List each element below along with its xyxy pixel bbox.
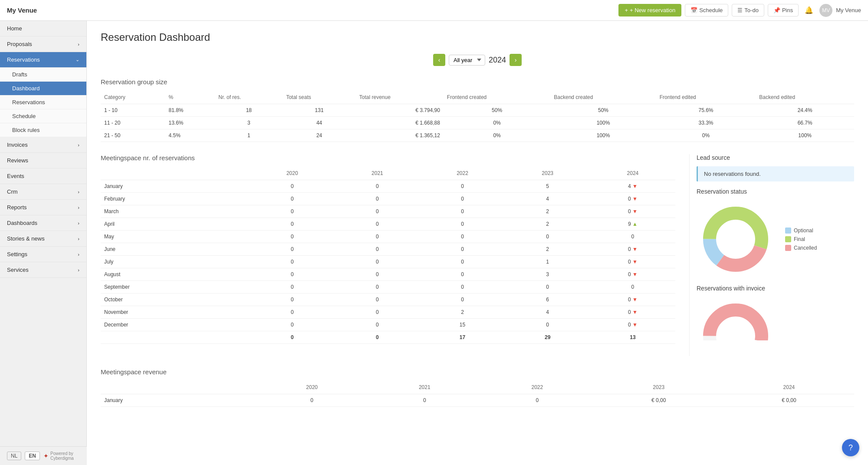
chevron-right-icon-services: › bbox=[78, 267, 79, 273]
sidebar-subitem-block-rules[interactable]: Block rules bbox=[0, 123, 86, 137]
sidebar-item-reservations[interactable]: Reservations ⌄ bbox=[0, 52, 86, 68]
table-row: August 0 0 0 3 0 ▼ bbox=[101, 268, 675, 281]
bell-button[interactable]: 🔔 bbox=[802, 3, 816, 17]
sidebar-subitem-drafts[interactable]: Drafts bbox=[0, 68, 86, 82]
new-reservation-button[interactable]: + + New reservation bbox=[618, 4, 681, 16]
sidebar-item-home[interactable]: Home bbox=[0, 21, 86, 36]
col-frontend-edited: Frontend edited bbox=[656, 91, 756, 104]
table-row: May 0 0 0 0 0 bbox=[101, 231, 675, 243]
chevron-right-icon-crm: › bbox=[78, 189, 79, 195]
table-row: January 0 0 0 € 0,00 € 0,00 bbox=[101, 394, 854, 407]
sidebar-subitem-schedule[interactable]: Schedule bbox=[0, 109, 86, 123]
period-select[interactable]: All year Q1 Q2 Q3 Q4 bbox=[449, 55, 485, 66]
sidebar-item-services[interactable]: Services › bbox=[0, 262, 86, 278]
ms-col-2024: 2024 bbox=[590, 167, 675, 180]
two-col-section: Meetingspace nr. of reservations 2020 20… bbox=[101, 154, 854, 356]
invoice-title: Reservations with invoice bbox=[697, 285, 854, 292]
pins-label: Pins bbox=[782, 7, 793, 13]
prev-year-button[interactable]: ‹ bbox=[433, 54, 445, 66]
rev-col-2023: 2023 bbox=[594, 381, 724, 394]
table-row: December 0 0 15 0 0 ▼ bbox=[101, 319, 675, 331]
avatar: MV bbox=[819, 4, 832, 17]
trend-down-icon: ▼ bbox=[632, 196, 638, 202]
sidebar-item-dashboards[interactable]: Dashboards › bbox=[0, 215, 86, 231]
meetingspace-title: Meetingspace nr. of reservations bbox=[101, 154, 675, 162]
cancelled-dot bbox=[785, 245, 791, 251]
lead-source-no-data: No reservations found. bbox=[697, 166, 854, 181]
sidebar-item-crm[interactable]: Crm › bbox=[0, 184, 86, 200]
new-reservation-label: + New reservation bbox=[630, 7, 675, 13]
meetingspace-section: Meetingspace nr. of reservations 2020 20… bbox=[101, 154, 675, 356]
topnav: My Venue + + New reservation 📅 Schedule … bbox=[0, 0, 868, 21]
powered-by: ✦ Powered by Cyberdigma bbox=[43, 451, 80, 461]
sidebar-subitem-dashboard[interactable]: Dashboard bbox=[0, 82, 86, 96]
sidebar-subitem-reservations[interactable]: Reservations bbox=[0, 96, 86, 109]
meetingspace-table: 2020 2021 2022 2023 2024 January 0 0 0 5… bbox=[101, 167, 675, 344]
chevron-right-icon-dashboards: › bbox=[78, 221, 79, 226]
cyberdigma-icon: ✦ bbox=[43, 452, 49, 459]
ms-col-2020: 2020 bbox=[250, 167, 335, 180]
lead-source-title: Lead source bbox=[697, 154, 854, 161]
sidebar-item-events[interactable]: Events bbox=[0, 168, 86, 184]
col-nr-res: Nr. of res. bbox=[215, 91, 283, 104]
table-row: September 0 0 0 0 0 bbox=[101, 281, 675, 294]
schedule-label: Schedule bbox=[699, 7, 723, 13]
total-2020: 0 bbox=[250, 331, 335, 344]
sidebar-footer: NL EN ✦ Powered by Cyberdigma bbox=[0, 446, 87, 465]
chevron-right-icon-settings: › bbox=[78, 252, 79, 257]
group-size-table: Category % Nr. of res. Total seats Total… bbox=[101, 91, 854, 142]
chevron-right-icon-stories: › bbox=[78, 236, 79, 241]
lang-nl-button[interactable]: NL bbox=[7, 452, 21, 460]
table-row: April 0 0 0 2 9 ▲ bbox=[101, 218, 675, 231]
right-panel: Lead source No reservations found. Reser… bbox=[689, 154, 854, 356]
plus-icon: + bbox=[625, 7, 628, 13]
trend-down-icon: ▼ bbox=[632, 183, 638, 189]
chevron-down-icon: ⌄ bbox=[76, 57, 79, 63]
table-row: October 0 0 0 6 0 ▼ bbox=[101, 294, 675, 306]
reservation-status-title: Reservation status bbox=[697, 188, 854, 195]
sidebar-item-stories-news[interactable]: Stories & news › bbox=[0, 231, 86, 247]
optional-dot bbox=[785, 228, 791, 234]
total-2024: 13 bbox=[590, 331, 675, 344]
lang-en-button[interactable]: EN bbox=[25, 452, 40, 460]
total-2021: 0 bbox=[335, 331, 420, 344]
trend-down-icon: ▼ bbox=[632, 322, 638, 328]
sidebar-item-invoices[interactable]: Invoices › bbox=[0, 137, 86, 153]
donut-chart bbox=[697, 200, 775, 278]
col-total-seats: Total seats bbox=[283, 91, 355, 104]
table-row: July 0 0 0 1 0 ▼ bbox=[101, 256, 675, 268]
legend-cancelled: Cancelled bbox=[785, 245, 817, 251]
chevron-right-icon: › bbox=[78, 42, 79, 47]
total-2023: 29 bbox=[505, 331, 590, 344]
sidebar-item-proposals[interactable]: Proposals › bbox=[0, 36, 86, 52]
help-button[interactable]: ? bbox=[842, 439, 859, 456]
topnav-actions: + + New reservation 📅 Schedule ☰ To-do 📌… bbox=[618, 3, 861, 17]
svg-point-4 bbox=[717, 221, 754, 257]
todo-button[interactable]: ☰ To-do bbox=[732, 4, 764, 16]
sidebar-item-reports[interactable]: Reports › bbox=[0, 200, 86, 215]
rev-col-2020: 2020 bbox=[256, 381, 368, 394]
ms-col-month bbox=[101, 167, 250, 180]
donut-legend: Optional Final Cancelled bbox=[785, 228, 817, 251]
rev-col-2024: 2024 bbox=[724, 381, 854, 394]
schedule-button[interactable]: 📅 Schedule bbox=[685, 4, 728, 16]
col-backend-created: Backend created bbox=[550, 91, 656, 104]
meetingspace-totals-row: 0 0 17 29 13 bbox=[101, 331, 675, 344]
table-row: February 0 0 0 4 0 ▼ bbox=[101, 193, 675, 205]
sidebar-item-reviews[interactable]: Reviews bbox=[0, 153, 86, 168]
sidebar: Home Proposals › Reservations ⌄ Drafts D… bbox=[0, 21, 87, 465]
pins-button[interactable]: 📌 Pins bbox=[768, 4, 799, 16]
total-2022: 17 bbox=[420, 331, 505, 344]
table-row: January 0 0 0 5 4 ▼ bbox=[101, 180, 675, 193]
rev-col-month bbox=[101, 381, 256, 394]
invoice-donut-chart bbox=[697, 297, 775, 340]
col-category: Category bbox=[101, 91, 165, 104]
list-icon: ☰ bbox=[737, 7, 743, 13]
year-controls: ‹ All year Q1 Q2 Q3 Q4 2024 › bbox=[101, 54, 854, 66]
next-year-button[interactable]: › bbox=[510, 54, 522, 66]
sidebar-item-settings[interactable]: Settings › bbox=[0, 247, 86, 262]
trend-down-icon: ▼ bbox=[632, 208, 638, 214]
table-row: November 0 0 2 4 0 ▼ bbox=[101, 306, 675, 319]
layout: Home Proposals › Reservations ⌄ Drafts D… bbox=[0, 21, 868, 465]
trend-down-icon: ▼ bbox=[632, 297, 638, 303]
